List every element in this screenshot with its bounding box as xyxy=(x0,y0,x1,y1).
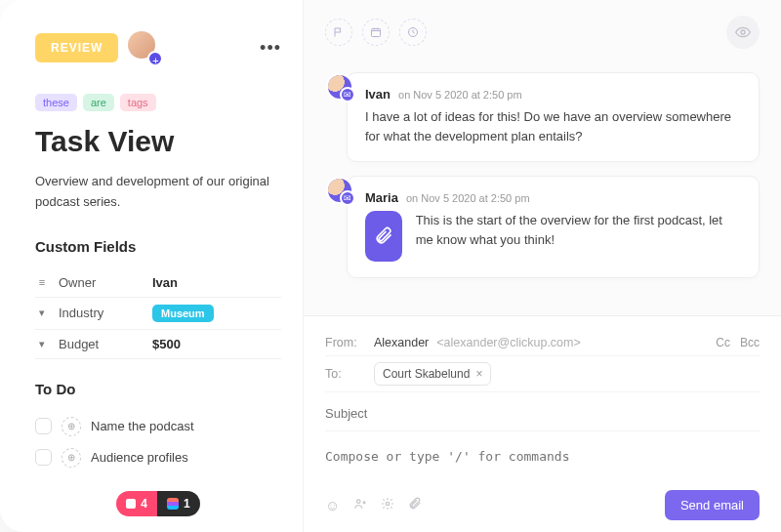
comment-avatar: ✉ xyxy=(326,73,353,101)
remove-recipient-icon[interactable]: × xyxy=(475,367,482,381)
task-title[interactable]: Task View xyxy=(35,125,281,158)
todo-item[interactable]: ⊕ Name the podcast xyxy=(35,411,281,442)
subject-row xyxy=(325,392,760,431)
comment[interactable]: ✉ Ivan on Nov 5 2020 at 2:50 pm I have a… xyxy=(347,72,760,162)
compose-panel: From: Alexander <alexander@clickup.com> … xyxy=(304,315,781,532)
figma-icon xyxy=(167,498,179,510)
from-name: Alexander xyxy=(374,336,429,349)
todo-section: To Do ⊕ Name the podcast ⊕ Audience prof… xyxy=(35,381,281,473)
assignee-avatar[interactable]: + xyxy=(128,31,161,64)
todo-checkbox[interactable] xyxy=(35,418,52,434)
svg-rect-0 xyxy=(372,29,381,37)
industry-value-badge: Museum xyxy=(152,305,214,322)
comment-body: I have a lot of ideas for this! Do we ha… xyxy=(365,107,741,145)
svg-point-3 xyxy=(357,500,361,504)
subject-input[interactable] xyxy=(325,402,760,430)
flag-icon[interactable] xyxy=(325,19,352,46)
integration-pill-figma[interactable]: 1 xyxy=(157,491,200,516)
tag[interactable]: tags xyxy=(120,94,156,111)
from-label: From: xyxy=(325,336,366,349)
bcc-toggle[interactable]: Bcc xyxy=(740,336,760,349)
industry-icon: ▾ xyxy=(35,307,49,319)
from-email: <alexander@clickup.com> xyxy=(436,336,581,349)
calendar-icon[interactable] xyxy=(362,19,390,46)
add-assignee-icon[interactable]: + xyxy=(147,51,163,66)
custom-field-row-budget[interactable]: ▾ Budget $500 xyxy=(35,330,281,359)
integration-count: 4 xyxy=(141,497,147,511)
integration-count: 1 xyxy=(184,497,190,511)
owner-label: Owner xyxy=(59,275,143,290)
recipient-chip[interactable]: Court Skabelund × xyxy=(374,362,491,386)
body-input[interactable] xyxy=(325,431,760,484)
compose-footer: ☺ Send email xyxy=(325,484,760,520)
clock-icon[interactable] xyxy=(399,19,427,46)
attach-icon[interactable] xyxy=(408,497,422,513)
mail-badge-icon: ✉ xyxy=(340,87,355,102)
tag[interactable]: these xyxy=(35,94,77,111)
todo-label: Name the podcast xyxy=(91,419,194,433)
left-pane: REVIEW + ••• these are tags Task View Ov… xyxy=(0,0,303,532)
comment-author: Maria xyxy=(365,190,398,205)
comment-avatar: ✉ xyxy=(326,177,353,204)
assign-icon[interactable]: ⊕ xyxy=(62,448,81,468)
comment-thread: ✉ Ivan on Nov 5 2020 at 2:50 pm I have a… xyxy=(304,64,781,292)
todo-label: Audience profiles xyxy=(91,450,188,465)
integration-pill-red[interactable]: 4 xyxy=(116,491,157,516)
todo-checkbox[interactable] xyxy=(35,449,52,466)
tag[interactable]: are xyxy=(83,94,114,111)
compose-from-row: From: Alexander <alexander@clickup.com> … xyxy=(325,330,760,356)
right-toolbar xyxy=(304,0,781,64)
app-window: REVIEW + ••• these are tags Task View Ov… xyxy=(0,0,781,532)
owner-icon: ≡ xyxy=(35,276,49,288)
comment-time: on Nov 5 2020 at 2:50 pm xyxy=(398,89,522,101)
to-label: To: xyxy=(325,367,366,381)
right-pane: ✉ Ivan on Nov 5 2020 at 2:50 pm I have a… xyxy=(303,0,781,532)
task-description[interactable]: Overview and development of our original… xyxy=(35,172,281,213)
tags-row: these are tags xyxy=(35,94,281,111)
custom-field-row-industry[interactable]: ▾ Industry Museum xyxy=(35,298,281,330)
industry-label: Industry xyxy=(59,306,143,320)
send-button[interactable]: Send email xyxy=(665,490,760,520)
recipient-name: Court Skabelund xyxy=(383,367,470,381)
assign-icon[interactable]: ⊕ xyxy=(62,417,81,436)
comment-time: on Nov 5 2020 at 2:50 pm xyxy=(406,192,530,204)
svg-point-2 xyxy=(741,30,745,34)
integration-icon xyxy=(126,499,136,509)
todo-item[interactable]: ⊕ Audience profiles xyxy=(35,442,281,473)
comment-body: This is the start of the overview for th… xyxy=(416,211,741,249)
settings-icon[interactable] xyxy=(381,497,394,513)
emoji-icon[interactable]: ☺ xyxy=(325,497,340,513)
mail-badge-icon: ✉ xyxy=(340,190,355,206)
left-header: REVIEW + ••• xyxy=(35,31,281,64)
more-menu-icon[interactable]: ••• xyxy=(260,38,281,59)
comment-author: Ivan xyxy=(365,87,390,102)
custom-fields-heading: Custom Fields xyxy=(35,238,281,255)
footer-counters: 4 1 xyxy=(35,491,281,516)
todo-heading: To Do xyxy=(35,381,281,397)
compose-to-row[interactable]: To: Court Skabelund × xyxy=(325,356,760,392)
budget-value: $500 xyxy=(152,337,181,351)
custom-field-row-owner[interactable]: ≡ Owner Ivan xyxy=(35,268,281,298)
attachment-thumb[interactable] xyxy=(365,211,402,262)
status-button[interactable]: REVIEW xyxy=(35,33,118,62)
budget-label: Budget xyxy=(59,337,143,351)
budget-icon: ▾ xyxy=(35,338,49,350)
svg-point-4 xyxy=(387,502,390,506)
comment[interactable]: ✉ Maria on Nov 5 2020 at 2:50 pm This is… xyxy=(347,176,760,278)
mention-icon[interactable] xyxy=(353,497,367,513)
watch-icon[interactable] xyxy=(726,16,760,49)
cc-toggle[interactable]: Cc xyxy=(716,336,730,349)
owner-value: Ivan xyxy=(152,275,178,290)
